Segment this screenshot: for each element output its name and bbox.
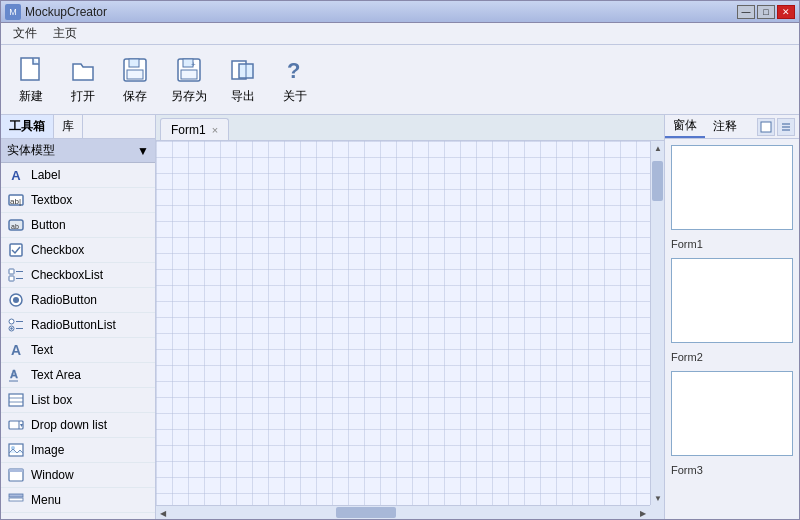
svg-rect-42 <box>761 122 771 132</box>
canvas-tab[interactable]: Form1 × <box>160 118 229 140</box>
text-icon: A <box>7 341 25 359</box>
tool-button[interactable]: ab Button <box>1 213 155 238</box>
scroll-right-arrow[interactable]: ▶ <box>636 506 650 519</box>
form1-label: Form1 <box>665 236 799 252</box>
tool-image[interactable]: Image <box>1 438 155 463</box>
tool-label[interactable]: A Label <box>1 163 155 188</box>
toolbar: 新建 打开 保存 + 另存为 导出 ? <box>1 45 799 115</box>
toolbox-tab-library[interactable]: 库 <box>54 115 83 138</box>
tab-notes[interactable]: 注释 <box>705 116 745 137</box>
right-panel-icons <box>757 118 799 136</box>
window-controls: — □ ✕ <box>737 5 795 19</box>
toolbox-panel: 工具箱 库 实体模型 ▼ A Label ab| Textbox <box>1 115 156 519</box>
label-icon: A <box>7 166 25 184</box>
right-panel-tabs: 窗体 注释 <box>665 115 799 139</box>
tool-window[interactable]: Window <box>1 463 155 488</box>
tab-close[interactable]: × <box>212 124 218 136</box>
tool-radiobutton[interactable]: RadioButton <box>1 288 155 313</box>
button-icon: ab <box>7 216 25 234</box>
form2-label: Form2 <box>665 349 799 365</box>
toolbox-tab-tools[interactable]: 工具箱 <box>1 115 54 138</box>
canvas[interactable] <box>156 141 650 505</box>
form-preview-3[interactable]: Form3 <box>665 365 799 478</box>
svg-rect-30 <box>9 394 23 406</box>
export-label: 导出 <box>231 88 255 105</box>
open-label: 打开 <box>71 88 95 105</box>
tool-text[interactable]: A Text <box>1 338 155 363</box>
image-icon <box>7 441 25 459</box>
toolbox-tabs: 工具箱 库 <box>1 115 155 139</box>
title-bar-left: M MockupCreator <box>5 4 107 20</box>
scroll-left-arrow[interactable]: ◀ <box>156 506 170 519</box>
tool-listbox[interactable]: List box <box>1 388 155 413</box>
right-panel: 窗体 注释 Form1 Form2 <box>664 115 799 519</box>
main-area: 工具箱 库 实体模型 ▼ A Label ab| Textbox <box>1 115 799 519</box>
maximize-button[interactable]: □ <box>757 5 775 19</box>
svg-point-26 <box>10 327 12 329</box>
svg-point-23 <box>9 319 14 324</box>
save-label: 保存 <box>123 88 147 105</box>
svg-text:ab|: ab| <box>10 197 21 206</box>
open-icon <box>67 54 99 86</box>
svg-text:ab: ab <box>11 223 19 230</box>
app-title: MockupCreator <box>25 5 107 19</box>
scrollbar-vertical[interactable]: ▲ ▼ <box>650 141 664 505</box>
main-window: M MockupCreator — □ ✕ 文件 主页 新建 打开 <box>0 0 800 520</box>
scroll-down-arrow[interactable]: ▼ <box>651 491 664 505</box>
save-button[interactable]: 保存 <box>113 50 157 109</box>
scrollbar-corner <box>650 505 664 519</box>
svg-rect-2 <box>129 59 139 67</box>
form1-preview[interactable] <box>671 145 793 230</box>
scroll-thumb-h[interactable] <box>336 507 396 518</box>
minimize-button[interactable]: — <box>737 5 755 19</box>
saveas-button[interactable]: + 另存为 <box>165 50 213 109</box>
title-bar: M MockupCreator — □ ✕ <box>1 1 799 23</box>
window-icon <box>7 466 25 484</box>
toolbox-category: 实体模型 ▼ <box>1 139 155 163</box>
tool-textarea[interactable]: A Text Area <box>1 363 155 388</box>
panel-icon-list[interactable] <box>777 118 795 136</box>
panel-icon-doc[interactable] <box>757 118 775 136</box>
saveas-icon: + <box>173 54 205 86</box>
toolbox-items: A Label ab| Textbox ab Button <box>1 163 155 519</box>
tool-radiobuttonlist[interactable]: RadioButtonList <box>1 313 155 338</box>
svg-rect-39 <box>9 469 23 472</box>
svg-rect-16 <box>10 244 22 256</box>
form3-preview[interactable] <box>671 371 793 456</box>
close-button[interactable]: ✕ <box>777 5 795 19</box>
open-button[interactable]: 打开 <box>61 50 105 109</box>
saveas-label: 另存为 <box>171 88 207 105</box>
svg-rect-6 <box>181 70 197 79</box>
checkboxlist-icon <box>7 266 25 284</box>
svg-rect-19 <box>9 276 14 281</box>
canvas-wrapper: ▲ ▼ ◀ ▶ <box>156 141 664 519</box>
menu-file[interactable]: 文件 <box>5 23 45 44</box>
svg-text:?: ? <box>287 58 300 83</box>
about-icon: ? <box>279 54 311 86</box>
svg-rect-40 <box>9 494 23 497</box>
scroll-up-arrow[interactable]: ▲ <box>651 141 664 155</box>
form-preview-1[interactable]: Form1 <box>665 139 799 252</box>
app-icon: M <box>5 4 21 20</box>
svg-text:+: + <box>191 60 196 69</box>
tool-menu[interactable]: Menu <box>1 488 155 513</box>
scrollbar-horizontal[interactable]: ◀ ▶ <box>156 505 650 519</box>
about-label: 关于 <box>283 88 307 105</box>
menu-home[interactable]: 主页 <box>45 23 85 44</box>
export-icon <box>227 54 259 86</box>
form2-preview[interactable] <box>671 258 793 343</box>
tool-textbox[interactable]: ab| Textbox <box>1 188 155 213</box>
tool-checkboxlist[interactable]: CheckboxList <box>1 263 155 288</box>
tab-form[interactable]: 窗体 <box>665 115 705 138</box>
scroll-thumb-v[interactable] <box>652 161 663 201</box>
radiobutton-icon <box>7 291 25 309</box>
new-button[interactable]: 新建 <box>9 50 53 109</box>
about-button[interactable]: ? 关于 <box>273 50 317 109</box>
svg-point-22 <box>13 297 19 303</box>
tool-checkbox[interactable]: Checkbox <box>1 238 155 263</box>
tool-dropdown[interactable]: Drop down list <box>1 413 155 438</box>
form3-label: Form3 <box>665 462 799 478</box>
form-preview-2[interactable]: Form2 <box>665 252 799 365</box>
menu-icon <box>7 491 25 509</box>
export-button[interactable]: 导出 <box>221 50 265 109</box>
